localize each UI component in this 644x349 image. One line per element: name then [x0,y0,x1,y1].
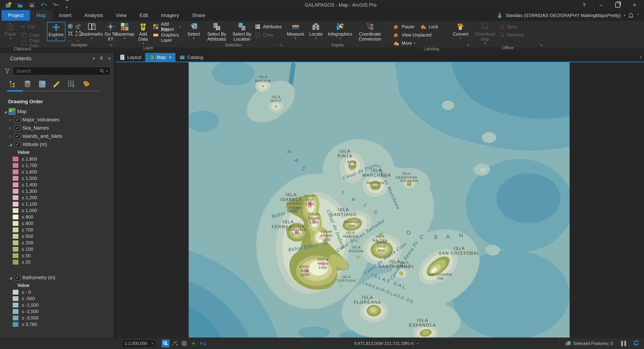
legend-class-row[interactable]: ≤ -3,500 [0,315,114,321]
pause-drawing-button[interactable] [621,341,626,346]
add-graphics-layer-button[interactable]: Add Graphics Layer [153,32,181,38]
legend-swatch[interactable] [13,234,18,239]
next-extent-icon[interactable]: → [75,38,80,42]
notifications-bell-icon[interactable] [628,13,634,18]
expander-icon[interactable]: ▷ [8,118,13,122]
legend-swatch[interactable] [13,182,18,187]
tab-overflow-caret-icon[interactable]: ▾ [640,55,644,59]
list-by-selection-tab[interactable] [37,80,47,89]
legend-swatch[interactable] [13,163,18,168]
search-options-caret-icon[interactable]: ▾ [106,70,108,73]
previous-extent-icon[interactable]: ← [67,38,73,42]
legend-swatch[interactable] [13,202,18,207]
paste-button[interactable]: Paste▾ [2,22,19,40]
north-arrow-button[interactable]: N [199,339,207,347]
legend-class-row[interactable]: ≤ 1,400 [0,181,114,188]
locate-button[interactable]: Locate▾ [307,22,324,40]
collapse-ribbon-icon[interactable]: ⌃ [636,13,640,18]
snapping-button[interactable] [190,339,198,347]
basemap-button[interactable]: Basemap▾ [116,22,134,40]
more-labeling-button[interactable]: More▾ [394,40,450,46]
legend-class-row[interactable]: ≤ 800 [0,220,114,227]
map-node[interactable]: ◢ Map [3,107,114,116]
zoom-selection-icon[interactable] [75,23,81,29]
select-button[interactable]: Select▾ [185,22,202,40]
legend-swatch[interactable] [13,215,18,219]
tab-view[interactable]: View [110,10,133,21]
expander-icon[interactable]: ◢ [3,109,8,114]
download-map-button[interactable]: Download Map▾ [474,22,497,45]
legend-swatch[interactable] [13,322,18,327]
layer-checkbox[interactable]: ✓ [15,125,20,131]
list-by-labeling-tab[interactable] [81,80,91,89]
list-by-editing-tab[interactable] [52,80,62,89]
legend-class-row[interactable]: ≤ 1,600 [0,169,114,175]
legend-swatch[interactable] [13,296,18,301]
layer-row-bathymetry[interactable]: ◢ ✓ Bathymetry (m) [8,273,114,282]
panel-menu-caret-icon[interactable]: ▾ [93,56,95,61]
convert-labels-button[interactable]: A Convert▾ [452,22,470,40]
account-menu[interactable]: Staridas (STARIDAS GEOGRAPHY MakingMapsP… [497,10,644,21]
cut-button[interactable]: ✂Cut [21,24,43,30]
zoom-out-extent-icon[interactable] [75,31,81,37]
expander-icon[interactable]: ▷ [8,134,13,138]
layer-checkbox[interactable]: ✓ [15,134,20,139]
legend-class-row[interactable]: ≤ 1,300 [0,188,114,194]
zoom-in-extent-icon[interactable] [67,31,73,37]
legend-swatch[interactable] [13,189,18,194]
legend-class-row[interactable]: ≤ 100 [0,246,114,252]
legend-swatch[interactable] [13,240,18,245]
layer-row-altitude[interactable]: ◢ ✓ Altitude (m) [8,140,114,149]
legend-class-row[interactable]: ≤ 1,200 [0,194,114,201]
expander-icon[interactable]: ◢ [8,142,13,147]
coordinate-conversion-button[interactable]: Coordinate Conversion [355,22,384,42]
panel-close-icon[interactable]: × [108,56,111,61]
close-button[interactable]: × [627,0,642,10]
remove-button[interactable]: Remove [499,32,524,38]
undo-icon[interactable]: ↶▾ [40,2,47,9]
view-tab-catalog[interactable]: Catalog [176,53,207,62]
list-by-snapping-tab[interactable] [66,80,76,89]
legend-swatch[interactable] [13,315,18,320]
legend-class-row[interactable]: ≤ 1,100 [0,201,114,207]
layer-row-major-volcanoes[interactable]: ▷ ✓ Major_Volcanoes [8,116,114,124]
list-by-data-source-tab[interactable] [22,80,32,89]
redo-icon[interactable]: ↷▾ [52,2,59,9]
new-project-icon[interactable] [5,2,12,9]
legend-swatch[interactable] [13,195,18,200]
save-project-icon[interactable] [28,2,36,9]
legend-swatch[interactable] [13,303,18,307]
legend-swatch[interactable] [13,253,18,258]
selected-features-indicator[interactable]: Selected Features: 0 [562,339,616,347]
selection-dialog-launcher-icon[interactable] [279,44,282,47]
layer-checkbox[interactable]: ✓ [15,142,20,147]
tab-project[interactable]: Project [2,10,30,21]
legend-class-row[interactable]: ≤ 25 [0,259,114,265]
refresh-button[interactable] [632,339,641,347]
add-data-button[interactable]: Add Data▾ [135,22,151,45]
tab-edit[interactable]: Edit [133,10,154,21]
legend-class-row[interactable]: ≤ 900 [0,214,114,220]
clear-button[interactable]: Clear [255,32,282,38]
expander-icon[interactable]: ▷ [8,126,13,130]
layer-row-islands-and-islets[interactable]: ▷ ✓ Islands_and_Islets [8,132,114,140]
grid-button[interactable] [180,339,188,347]
close-map-tab-icon[interactable]: × [168,55,172,60]
legend-class-row[interactable]: ≤ 500 [0,233,114,239]
copy-path-button[interactable]: \\..Copy Path [21,40,43,46]
navigate-dialog-launcher-icon[interactable] [110,44,112,47]
legend-class-row[interactable]: ≤ 1,500 [0,175,114,181]
view-tab-map[interactable]: Map × [145,53,176,62]
list-by-drawing-order-tab[interactable] [8,80,18,89]
legend-swatch[interactable] [13,208,18,213]
expander-icon[interactable]: ◢ [8,275,13,280]
scale-combo[interactable]: 1:2,000,000 ▾ [122,339,156,347]
legend-swatch[interactable] [13,176,18,181]
coordinates-readout[interactable]: 9,971,813.00W 221,721.28N m ▾ [354,341,418,346]
open-project-icon[interactable] [16,2,24,9]
legend-swatch[interactable] [13,227,18,232]
search-icon[interactable] [100,69,104,74]
legend-class-row[interactable]: ≤ -2,500 [0,308,114,315]
legend-class-row[interactable]: ≤ 200 [0,239,114,246]
tab-imagery[interactable]: Imagery [154,10,186,21]
